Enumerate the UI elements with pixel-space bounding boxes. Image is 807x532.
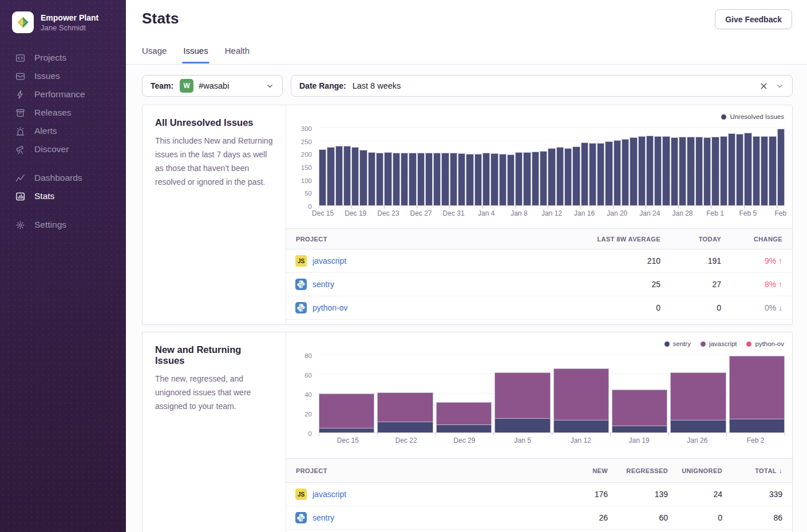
column-header-regressed[interactable]: REGRESSED [618,467,678,474]
bar[interactable] [490,153,498,205]
bar[interactable] [589,143,596,205]
stacked-bar[interactable] [436,355,492,432]
give-feedback-button[interactable]: Give Feedback [715,9,792,29]
project-link[interactable]: sentry [312,513,334,522]
bar[interactable] [393,153,400,205]
column-header-last-8w-average[interactable]: LAST 8W AVERAGE [573,236,670,243]
chevron-down-icon[interactable] [266,82,274,90]
bar[interactable] [482,153,490,205]
bar[interactable] [646,136,654,205]
bar[interactable] [548,148,555,205]
org-switcher[interactable]: Empower Plant Jane Schmidt [0,0,126,33]
legend-item-sentry[interactable]: sentry [664,340,691,347]
clear-icon[interactable] [760,82,768,90]
sidebar-item-stats[interactable]: Stats [0,187,126,205]
column-header-change[interactable]: CHANGE [731,236,792,243]
bar[interactable] [711,137,719,205]
date-range-filter[interactable]: Date Range: Last 8 weeks [291,75,793,97]
bar[interactable] [728,133,735,205]
bar[interactable] [703,137,711,205]
bar[interactable] [614,140,621,205]
stacked-bar[interactable] [729,355,785,432]
sidebar-item-alerts[interactable]: Alerts [0,122,126,140]
bar[interactable] [507,154,515,205]
team-filter[interactable]: Team: W #wasabi [142,75,283,97]
stacked-bar[interactable] [670,355,726,432]
bar[interactable] [343,146,351,205]
bar[interactable] [720,136,727,205]
bar-segment-sentry[interactable] [612,426,667,432]
stacked-bar[interactable] [612,355,667,432]
bar-segment-javascript[interactable] [670,372,726,420]
bar[interactable] [327,147,334,205]
bar[interactable] [401,153,408,205]
tab-issues[interactable]: Issues [183,46,208,63]
bar[interactable] [409,153,416,205]
bar-segment-sentry[interactable] [729,419,785,432]
column-header-unignored[interactable]: UNIGNORED [678,467,732,474]
bar[interactable] [777,129,785,205]
sidebar-item-issues[interactable]: Issues [0,67,126,85]
bar-segment-sentry[interactable] [377,422,433,432]
bar[interactable] [687,137,694,205]
bar[interactable] [654,136,662,205]
column-header-new[interactable]: NEW [557,467,618,474]
sidebar-item-projects[interactable]: Projects [0,49,126,67]
bar[interactable] [622,139,629,206]
stacked-bar[interactable] [495,355,550,432]
bar-segment-javascript[interactable] [612,390,667,426]
bar[interactable] [384,152,391,205]
bar[interactable] [532,152,539,205]
bar-segment-sentry[interactable] [436,424,492,432]
bar[interactable] [597,143,604,205]
sidebar-item-releases[interactable]: Releases [0,104,126,122]
sidebar-item-performance[interactable]: Performance [0,85,126,104]
bar[interactable] [605,141,612,205]
bar[interactable] [581,142,588,205]
bar[interactable] [523,152,531,205]
bar[interactable] [564,148,572,205]
bar[interactable] [499,154,507,205]
bar[interactable] [335,146,343,205]
bar[interactable] [433,153,441,205]
project-link[interactable]: javascript [312,256,346,265]
bar[interactable] [368,152,375,205]
stacked-bar[interactable] [553,355,609,432]
bar[interactable] [679,137,686,205]
column-header-today[interactable]: TODAY [670,236,731,243]
bar-segment-sentry[interactable] [319,428,374,433]
project-link[interactable]: python-ov [312,303,347,312]
bar[interactable] [744,133,751,205]
bar-segment-javascript[interactable] [495,372,550,418]
stacked-bar[interactable] [377,355,433,432]
bar-segment-javascript[interactable] [377,392,433,422]
bar[interactable] [376,153,383,205]
bar[interactable] [417,153,425,205]
bar[interactable] [761,136,768,205]
bar[interactable] [450,153,457,205]
bar-segment-javascript[interactable] [319,394,374,428]
bar[interactable] [736,134,743,205]
bar[interactable] [540,151,547,205]
project-link[interactable]: javascript [312,490,346,499]
sidebar-item-settings[interactable]: Settings [0,216,126,234]
bar-segment-javascript[interactable] [436,402,492,424]
stacked-bar[interactable] [319,355,374,432]
legend-item-python-ov[interactable]: python-ov [746,340,784,347]
legend-item-unresolved-issues[interactable]: Unresolved Issues [721,113,784,120]
bar[interactable] [359,150,367,205]
bar[interactable] [662,136,670,205]
bar[interactable] [458,153,465,205]
bar[interactable] [769,136,776,205]
bar[interactable] [466,154,473,205]
bar[interactable] [319,149,326,205]
legend-item-javascript[interactable]: javascript [701,340,737,347]
bar[interactable] [425,153,433,205]
tab-usage[interactable]: Usage [142,46,167,63]
bar[interactable] [556,147,564,205]
project-link[interactable]: sentry [312,280,334,289]
bar-segment-sentry[interactable] [495,418,550,433]
bar[interactable] [671,137,678,205]
bar[interactable] [630,137,637,205]
bar[interactable] [695,137,703,205]
